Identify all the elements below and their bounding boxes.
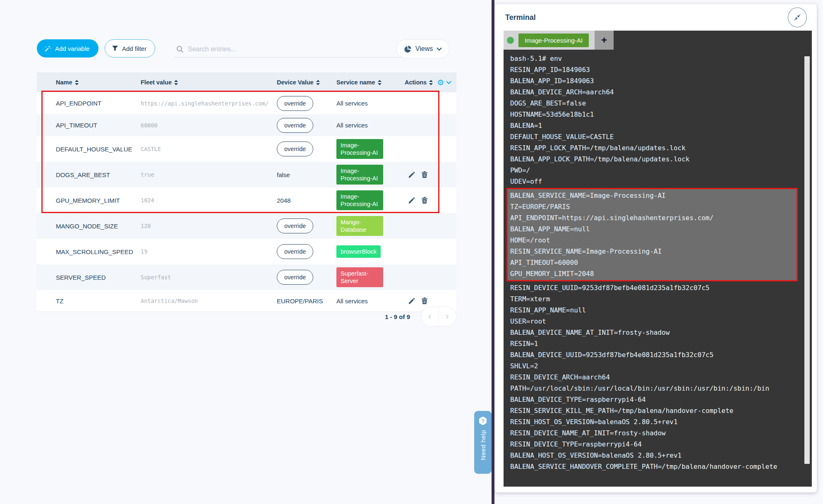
search-input[interactable] xyxy=(188,46,421,53)
terminal-scrollbar-thumb[interactable] xyxy=(804,56,810,464)
table-row: API_ENDPOINT https://api.singlehashenter… xyxy=(37,92,456,114)
terminal-panel: Terminal Image-Processing-AI + bash-5.1#… xyxy=(494,4,817,492)
terminal-line: RESIN_DEVICE_UUID=9253df87befb4e081d235a… xyxy=(510,282,799,293)
terminal-header: Terminal xyxy=(494,4,817,31)
override-button[interactable]: override xyxy=(277,270,313,285)
terminal-line: API_TIMEOUT=60000 xyxy=(510,257,797,268)
magic-wand-icon xyxy=(44,45,51,52)
edit-button[interactable] xyxy=(408,197,415,204)
terminal-line: PATH=/usr/local/sbin:/usr/local/bin:/usr… xyxy=(510,383,799,394)
fleet-value: 60000 xyxy=(141,122,277,129)
terminal-line: RESIN_SERVICE_NAME=Image-Processing-AI xyxy=(510,246,797,257)
service-badge: Image-Processing-AI xyxy=(336,190,383,210)
terminal-line: HOSTNAME=53d56e18b1c1 xyxy=(510,109,799,120)
sort-icon[interactable] xyxy=(429,80,433,85)
tab-bar-filler xyxy=(614,31,812,50)
terminal-line: BALENA_APP_ID=1849063 xyxy=(510,75,799,86)
terminal-line: API_ENDPOINT=https://api.singlehashenter… xyxy=(510,212,797,223)
terminal-line: BALENA_SERVICE_NAME=Image-Processing-AI xyxy=(510,190,797,201)
column-label: Device Value xyxy=(277,79,314,86)
pie-chart-icon xyxy=(404,45,412,53)
terminal-line: BALENA=1 xyxy=(510,120,799,131)
annotation-rectangle-terminal: BALENA_SERVICE_NAME=Image-Processing-AIT… xyxy=(506,188,798,281)
terminal-line: BALENA_DEVICE_ARCH=aarch64 xyxy=(510,86,799,98)
terminal-tab-image-processing-ai[interactable]: Image-Processing-AI xyxy=(518,34,589,47)
table-row: DOGS_ARE_BEST true false Image-Processin… xyxy=(37,162,456,187)
override-button[interactable]: override xyxy=(277,96,313,111)
terminal-line: RESIN_APP_ID=1849063 xyxy=(510,64,799,75)
terminal-line: PWD=/ xyxy=(510,165,799,176)
add-filter-label: Add filter xyxy=(122,45,146,52)
table-row: GPU_MEMORY_LIMIT 1024 2048 Image-Process… xyxy=(37,187,456,213)
edit-button[interactable] xyxy=(408,297,415,305)
terminal-tab-group: Image-Processing-AI xyxy=(504,31,595,50)
svg-text:?: ? xyxy=(481,418,484,424)
variable-name: MAX_SCROLLING_SPEED xyxy=(37,248,141,255)
device-value: 2048 xyxy=(277,197,336,204)
table-row: API_TIMEOUT 60000 override All services xyxy=(37,114,456,136)
variable-name: API_ENDPOINT xyxy=(37,100,141,107)
column-header-service-name: Service name xyxy=(336,79,405,86)
override-button[interactable]: override xyxy=(277,218,313,233)
terminal-line: RESIN_APP_LOCK_PATH=/tmp/balena/updates.… xyxy=(510,142,799,154)
service-badge: Superfast-Server xyxy=(336,267,383,287)
add-variable-button[interactable]: Add variable xyxy=(37,39,98,58)
override-button[interactable]: override xyxy=(277,118,313,133)
table-row: DEFAULT_HOUSE_VALUE CASTLE override Imag… xyxy=(37,136,456,162)
override-button[interactable]: override xyxy=(277,142,313,156)
terminal-line: HOME=/root xyxy=(510,235,797,246)
terminal-title: Terminal xyxy=(505,13,536,22)
terminal-line: SHLVL=2 xyxy=(510,360,799,372)
terminal-line: GPU_MEMORY_LIMIT=2048 xyxy=(510,268,797,279)
panel-divider xyxy=(492,0,494,504)
fleet-value: https://api.singlehashenterprises.com/ xyxy=(141,100,277,107)
sort-icon[interactable] xyxy=(75,80,79,85)
table-row: SERVER_SPEED Superfast override Superfas… xyxy=(37,264,456,290)
terminal-line: RESIN_HOST_OS_VERSION=balenaOS 2.80.5+re… xyxy=(510,416,799,427)
need-help-label: Need help xyxy=(480,430,487,460)
variables-table: Name Fleet value Device Value Service na… xyxy=(37,72,456,312)
service-badge: Mango-Database xyxy=(336,216,383,236)
sort-icon[interactable] xyxy=(174,80,178,85)
terminal-tab-bar: Image-Processing-AI + xyxy=(504,31,812,50)
terminal-line: DOGS_ARE_BEST=false xyxy=(510,98,799,109)
override-button[interactable]: override xyxy=(277,244,313,259)
views-button[interactable]: Views xyxy=(396,39,449,58)
table-row: MANGO_NODE_SIZE 120 override Mango-Datab… xyxy=(37,213,456,239)
sort-icon[interactable] xyxy=(316,80,320,85)
gear-icon[interactable]: ⚙ xyxy=(437,79,444,86)
filter-funnel-icon xyxy=(112,45,118,52)
need-help-tab[interactable]: ? Need help xyxy=(474,411,492,474)
fleet-variables-page: Add variable Add filter xyxy=(0,0,492,504)
add-filter-button[interactable]: Add filter xyxy=(105,39,155,58)
table-body: API_ENDPOINT https://api.singlehashenter… xyxy=(37,92,456,312)
terminal-line: BALENA_DEVICE_UUID=9253df87befb4e081d235… xyxy=(510,349,799,360)
views-label: Views xyxy=(415,45,433,53)
terminal-line: BALENA_DEVICE_TYPE=raspberrypi4-64 xyxy=(510,394,799,405)
sort-icon[interactable] xyxy=(378,80,382,85)
variable-name: API_TIMEOUT xyxy=(37,122,141,129)
edit-button[interactable] xyxy=(408,171,415,178)
collapse-terminal-button[interactable] xyxy=(788,7,807,27)
column-header-actions: Actions ⚙ xyxy=(405,79,456,86)
terminal-line: BALENA_APP_LOCK_PATH=/tmp/balena/updates… xyxy=(510,154,799,165)
service-name: All services xyxy=(336,298,405,305)
delete-button[interactable] xyxy=(421,297,428,305)
service-name: All services xyxy=(336,100,405,107)
chevron-down-icon[interactable] xyxy=(446,81,451,84)
fleet-value: Antarctica/Mawson xyxy=(141,298,277,304)
delete-button[interactable] xyxy=(421,197,428,204)
service-name: All services xyxy=(336,122,405,129)
new-terminal-tab-button[interactable]: + xyxy=(595,31,614,50)
terminal-line: TERM=xterm xyxy=(510,293,799,305)
terminal-line: BALENA_DEVICE_NAME_AT_INIT=frosty-shadow xyxy=(510,327,799,338)
previous-page-button[interactable]: ‹ xyxy=(421,307,439,326)
delete-button[interactable] xyxy=(421,171,428,178)
next-page-button[interactable]: › xyxy=(439,307,456,326)
service-badge: browserBlock xyxy=(336,245,381,258)
terminal-line: DEFAULT_HOUSE_VALUE=CASTLE xyxy=(510,131,799,142)
column-label: Actions xyxy=(405,79,427,86)
terminal-line: BALENA_SERVICE_HANDOVER_COMPLETE_PATH=/t… xyxy=(510,461,799,472)
terminal-line: BALENA_HOST_OS_VERSION=balenaOS 2.80.5+r… xyxy=(510,450,799,461)
fleet-value: 19 xyxy=(141,248,277,255)
